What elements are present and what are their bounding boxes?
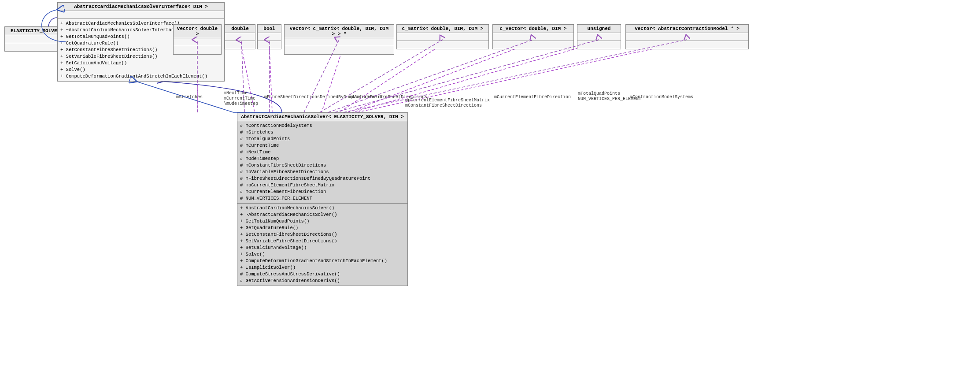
label-mtotalquad: mTotalQuadPoints xyxy=(578,91,620,96)
double-box: double xyxy=(225,24,255,49)
vector-double-s2 xyxy=(174,46,221,54)
bool-header: bool xyxy=(258,25,281,33)
unsigned-header: unsigned xyxy=(577,25,621,33)
abstract-interface-header: AbstractCardiacMechanicsSolverInterface<… xyxy=(58,3,224,11)
vector-abstraction-box: vector< AbstractContractionModel * > xyxy=(625,24,749,49)
vector-double-header: vector< double > xyxy=(174,25,221,38)
cvector-header: c_vector< double, DIM > xyxy=(493,25,573,33)
double-header: double xyxy=(225,25,255,33)
double-s2 xyxy=(225,41,255,49)
unsigned-box: unsigned xyxy=(577,24,621,49)
cmatrix-header: c_matrix< double, DIM, DIM > xyxy=(397,25,488,33)
vector-cmatrix-header: vector< c_matrix< double, DIM, DIM > > * xyxy=(285,25,394,38)
main-class-header: AbstractCardiacMechanicsSolver< ELASTICI… xyxy=(237,113,407,121)
main-class-fields: # mContractionModelSystems # mStretches … xyxy=(237,121,407,204)
vector-abstraction-header: vector< AbstractContractionModel * > xyxy=(626,25,748,33)
diagram-container: ELASTICITY_SOLVER AbstractCardiacMechani… xyxy=(0,0,980,375)
elasticity-solver-box: ELASTICITY_SOLVER xyxy=(4,26,66,52)
label-mcontraction: mContractionModelSystems xyxy=(630,95,693,100)
label-mstretches: mStretches xyxy=(176,95,203,100)
main-class-methods: + AbstractCardiacMechanicsSolver() + ~Ab… xyxy=(237,204,407,286)
label-mcurrenttime: mCurrentTime xyxy=(224,96,255,101)
vcm-s2 xyxy=(285,46,394,54)
cm-s2 xyxy=(397,41,488,49)
vector-double-s1 xyxy=(174,38,221,46)
cvector-box: c_vector< double, DIM > xyxy=(492,24,574,49)
cv-s2 xyxy=(493,41,573,49)
bool-s1 xyxy=(258,33,281,41)
main-class-box: AbstractCardiacMechanicsSolver< ELASTICI… xyxy=(237,112,408,286)
cm-s1 xyxy=(397,33,488,41)
label-mcurrentfibre: mCurrentElementFibreDirection xyxy=(494,95,571,100)
va-s1 xyxy=(626,33,748,41)
cv-s1 xyxy=(493,33,573,41)
bool-box: bool xyxy=(257,24,281,49)
vector-double-box: vector< double > xyxy=(173,24,222,55)
va-s2 xyxy=(626,41,748,49)
svg-line-15 xyxy=(344,40,687,112)
label-mnexttime: mNextTime xyxy=(224,91,248,96)
un-s1 xyxy=(577,33,621,41)
elasticity-solver-header: ELASTICITY_SOLVER xyxy=(5,27,66,35)
label-modetimestep: \mOdeTimestep xyxy=(224,101,258,106)
un-s2 xyxy=(577,41,621,49)
label-mconstant: mConstantFibreSheetDirections xyxy=(405,103,482,108)
cmatrix-box: c_matrix< double, DIM, DIM > xyxy=(396,24,489,49)
elasticity-solver-section-1 xyxy=(5,35,66,43)
label-mpcurrent: mpCurrentElementFibreSheetMatrix xyxy=(405,98,490,103)
svg-line-2 xyxy=(269,40,272,112)
vcm-s1 xyxy=(285,38,394,46)
abstract-interface-section-1 xyxy=(58,11,224,19)
elasticity-solver-section-2 xyxy=(5,43,66,51)
double-s1 xyxy=(225,33,255,41)
bool-s2 xyxy=(258,41,281,49)
vector-cmatrix-box: vector< c_matrix< double, DIM, DIM > > * xyxy=(284,24,394,55)
